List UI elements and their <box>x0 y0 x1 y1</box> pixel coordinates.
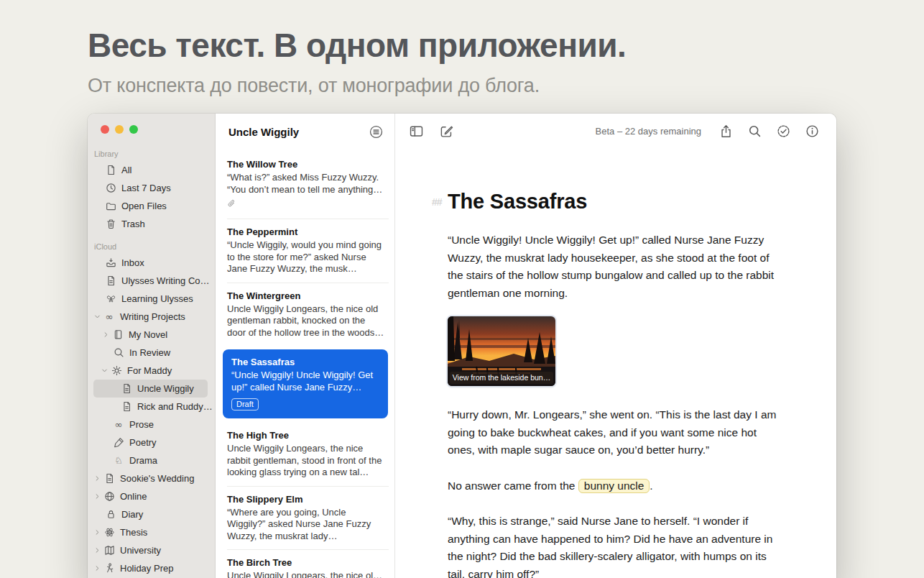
doc-icon <box>103 473 115 485</box>
sidebar-item-uncle-wiggily[interactable]: Uncle Wiggily <box>93 380 208 398</box>
sheet-list: Uncle Wiggily The Willow Tree “What is?”… <box>216 114 395 578</box>
doc-icon <box>121 401 132 413</box>
sidebar-item-in-review[interactable]: In Review <box>88 344 215 362</box>
sidebar-item-online[interactable]: Online <box>88 487 215 505</box>
doc-icon <box>105 275 116 287</box>
hero-title: Весь текст. В одном приложении. <box>88 26 626 65</box>
sidebar-item-drama[interactable]: ♘ Drama <box>88 451 215 469</box>
paragraph-2: “Hurry down, Mr. Longears,” she went on.… <box>448 406 777 459</box>
filter-circle-icon[interactable] <box>369 125 383 139</box>
sidebar-item-university[interactable]: University <box>88 541 215 559</box>
sidebar-item-sookies-wedding[interactable]: Sookie's Wedding <box>88 469 215 487</box>
sidebar-item-writing-projects[interactable]: ∞ Writing Projects <box>88 308 215 326</box>
paragraph-4: “Why, this is strange,” said Nurse Jane … <box>448 513 777 578</box>
section-label-library: Library <box>88 150 215 158</box>
sheet-item-sassafras[interactable]: The Sassafras “Uncle Wiggily! Uncle Wigg… <box>223 349 388 418</box>
sidebar-item-all[interactable]: All <box>88 161 215 179</box>
globe-icon <box>103 491 115 503</box>
sidebar-item-rick-and-ruddy[interactable]: Rick and Ruddy… <box>88 398 215 416</box>
sheet-item-willow-tree[interactable]: The Willow Tree “What is?” asked Miss Fu… <box>216 151 394 219</box>
butterfly-icon <box>105 293 116 305</box>
sheet-item-high-tree[interactable]: The High Tree Uncle Wiggily Longears, th… <box>216 422 394 486</box>
chevron-right-icon[interactable] <box>94 565 103 572</box>
editor-pane[interactable]: Beta – 22 days remaining ## The Sassafra… <box>395 114 836 578</box>
draft-badge: Draft <box>231 398 259 410</box>
paperclip-icon <box>227 198 384 211</box>
hero: Весь текст. В одном приложении. От консп… <box>88 26 626 97</box>
sidebar-item-ulysses-writing[interactable]: Ulysses Writing Co… <box>88 272 215 290</box>
clock-icon <box>105 183 116 194</box>
seal-check-icon[interactable] <box>777 124 790 138</box>
search-icon[interactable] <box>748 124 762 138</box>
sheet-item-peppermint[interactable]: The Peppermint “Uncle Wiggily, would you… <box>216 219 394 283</box>
paragraph-3: No answer came from the bunny uncle. <box>448 477 777 495</box>
hero-subtitle: От конспекта до повести, от монографии д… <box>88 75 626 97</box>
chevron-right-icon[interactable] <box>94 475 103 482</box>
sheet-item-birch-tree[interactable]: The Birch Tree Uncle Wiggily Longears, t… <box>216 549 394 578</box>
sidebar-item-prose[interactable]: ∞ Prose <box>88 416 215 434</box>
editor-toolbar: Beta – 22 days remaining <box>395 114 836 148</box>
share-icon[interactable] <box>719 124 733 138</box>
book-icon <box>112 329 124 341</box>
pen-icon <box>113 437 124 449</box>
atom-icon <box>103 527 115 538</box>
ulysses-window: Library All Last 7 Days Open Files Trash… <box>88 114 836 578</box>
zoom-button[interactable] <box>129 125 138 134</box>
search-filter-icon <box>113 347 124 359</box>
sidebar-item-trash[interactable]: Trash <box>88 215 215 233</box>
image-attachment[interactable]: View from the lakeside bun… <box>448 316 555 386</box>
doc-icon <box>121 383 132 395</box>
sun-icon <box>111 365 122 377</box>
compose-icon[interactable] <box>440 124 453 138</box>
lock-icon <box>105 509 116 520</box>
markdown-heading-marker: ## <box>432 196 442 208</box>
map-icon <box>103 545 115 556</box>
sidebar-item-diary[interactable]: Diary <box>88 505 215 523</box>
sidebar-item-inbox[interactable]: Inbox <box>88 254 215 272</box>
sheet-heading: ## The Sassafras <box>448 190 777 214</box>
sidebar-item-my-novel[interactable]: My Novel <box>88 326 215 344</box>
sheet-list-header: Uncle Wiggily <box>216 114 394 145</box>
chevron-right-icon[interactable] <box>94 493 103 500</box>
sidebar-item-poetry[interactable]: Poetry <box>88 434 215 451</box>
minimize-button[interactable] <box>115 125 124 134</box>
close-button[interactable] <box>101 125 109 134</box>
sidebar-item-learning-ulysses[interactable]: Learning Ulysses <box>88 290 215 308</box>
sidebar-item-last-7-days[interactable]: Last 7 Days <box>88 179 215 197</box>
folder-icon <box>105 201 116 212</box>
chevron-down-icon[interactable] <box>94 313 103 320</box>
chevron-right-icon[interactable] <box>94 547 103 554</box>
section-label-icloud: iCloud <box>88 242 215 251</box>
sidebar-item-thesis[interactable]: Thesis <box>88 523 215 541</box>
chevron-right-icon[interactable] <box>103 331 112 338</box>
infinity-icon: ∞ <box>113 419 124 431</box>
library-sidebar: Library All Last 7 Days Open Files Trash… <box>88 114 216 578</box>
chess-knight-icon: ♘ <box>113 455 124 467</box>
sheet-item-slippery-elm[interactable]: The Slippery Elm “Where are you going, U… <box>216 486 394 550</box>
trash-icon <box>105 219 116 230</box>
chevron-down-icon[interactable] <box>101 367 111 374</box>
sidebar-item-holiday-prep[interactable]: Holiday Prep <box>88 559 215 577</box>
sidebar-toggle-icon[interactable] <box>410 124 423 138</box>
walker-icon <box>103 563 115 574</box>
inbox-icon <box>105 257 116 269</box>
beta-status: Beta – 22 days remaining <box>596 126 701 137</box>
annotation-highlight[interactable]: bunny uncle <box>578 479 650 493</box>
image-caption: View from the lakeside bun… <box>450 372 553 384</box>
sheet-item-wintergreen[interactable]: The Wintergreen Uncle Wiggily Longears, … <box>216 283 394 347</box>
infinity-icon: ∞ <box>103 311 115 323</box>
window-controls <box>88 125 215 134</box>
info-icon[interactable] <box>805 124 819 138</box>
paragraph-1: “Uncle Wiggily! Uncle Wiggily! Get up!” … <box>448 231 777 302</box>
editor-content[interactable]: ## The Sassafras “Uncle Wiggily! Uncle W… <box>395 148 783 578</box>
chevron-right-icon[interactable] <box>94 529 103 536</box>
sheet-list-title: Uncle Wiggily <box>228 126 369 138</box>
page-icon <box>105 165 116 176</box>
sidebar-item-open-files[interactable]: Open Files <box>88 197 215 215</box>
sidebar-item-for-maddy[interactable]: For Maddy <box>88 362 215 380</box>
